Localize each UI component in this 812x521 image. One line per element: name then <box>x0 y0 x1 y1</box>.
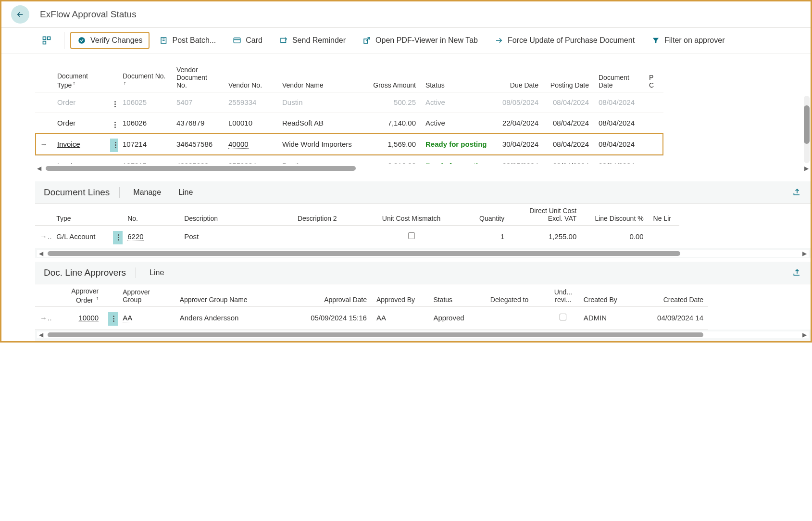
more-vertical-icon[interactable] <box>110 100 118 109</box>
open-external-icon <box>362 36 372 45</box>
row-actions[interactable] <box>103 307 118 330</box>
line-action[interactable]: Line <box>175 187 197 198</box>
col-und-rev[interactable]: Und... revi... <box>548 284 579 307</box>
more-vertical-icon[interactable] <box>113 231 123 244</box>
cell-doc-type[interactable]: Order <box>52 92 105 113</box>
col-qty[interactable]: Quantity <box>448 204 510 226</box>
row-actions[interactable] <box>108 226 123 248</box>
back-button[interactable] <box>11 5 29 24</box>
col-type[interactable]: Type <box>51 204 108 226</box>
open-pdf-button[interactable]: Open PDF-Viewer in New Tab <box>355 32 485 49</box>
table-row[interactable]: → G/L Account 6220 Post 1 1,255.00 0.00 <box>35 226 679 248</box>
scrollbar-thumb[interactable] <box>48 332 703 337</box>
scrollbar-thumb[interactable] <box>804 105 810 144</box>
toolbar-more-button[interactable] <box>35 32 58 49</box>
col-no[interactable]: No. <box>123 204 179 226</box>
col-cost[interactable]: Direct Unit Cost Excl. VAT <box>509 204 581 226</box>
col-vendor-name[interactable]: Vendor Name <box>277 63 363 92</box>
horizontal-scrollbar[interactable]: ◀ ▶ <box>35 165 811 172</box>
cell-doc-type[interactable]: Invoice <box>52 133 105 156</box>
col-vendor-doc-no[interactable]: Vendor Document No. <box>172 63 224 92</box>
col-delegated[interactable]: Delegated to <box>486 284 548 307</box>
col-due[interactable]: Due Date <box>493 63 543 92</box>
table-row[interactable]: → Invoice 107214 346457586 40000 Wide Wo… <box>35 133 663 156</box>
table-row[interactable]: Order 106026 4376879 L00010 ReadSoft AB … <box>35 113 663 133</box>
card-button[interactable]: Card <box>225 32 269 49</box>
cell-vendor-no[interactable]: 40000 <box>224 133 277 156</box>
cell-no[interactable]: 6220 <box>123 226 179 248</box>
col-extra[interactable]: P C <box>644 63 663 92</box>
cell-description: Post <box>179 226 293 248</box>
scrollbar-thumb[interactable] <box>48 251 680 256</box>
col-doc-date[interactable]: Document Date <box>594 63 644 92</box>
cell-vendor-no[interactable]: 2559334 <box>224 155 277 164</box>
col-doc-type[interactable]: Document Type↑ <box>52 63 105 92</box>
col-vendor-no[interactable]: Vendor No. <box>224 63 277 92</box>
col-posting[interactable]: Posting Date <box>543 63 594 92</box>
scroll-left-icon[interactable]: ◀ <box>39 331 43 338</box>
col-approval-date[interactable]: Approval Date <box>289 284 372 307</box>
col-approved-by[interactable]: Approved By <box>372 284 428 307</box>
cell-vendor-no[interactable]: 2559334 <box>224 92 277 113</box>
col-created-by[interactable]: Created By <box>579 284 636 307</box>
manage-action[interactable]: Manage <box>129 187 165 198</box>
line-action[interactable]: Line <box>146 267 168 278</box>
scroll-right-icon[interactable]: ▶ <box>802 250 807 257</box>
col-created-date[interactable]: Created Date <box>636 284 708 307</box>
share-icon[interactable] <box>792 188 802 197</box>
documents-table-scroll[interactable]: Document Type↑ Document No. ↑ Vendor Doc… <box>35 63 811 164</box>
col-extra[interactable]: Ne Lir <box>649 204 679 226</box>
col-description2[interactable]: Description 2 <box>293 204 375 226</box>
col-mismatch[interactable]: Unit Cost Mismatch <box>375 204 447 226</box>
vertical-scrollbar[interactable] <box>804 96 810 163</box>
cell-doc-type[interactable]: Invoice <box>52 155 105 164</box>
more-vertical-icon[interactable] <box>110 120 118 129</box>
cell-vendor-no[interactable]: L00010 <box>224 113 277 133</box>
col-description[interactable]: Description <box>179 204 293 226</box>
row-actions[interactable] <box>105 113 118 133</box>
checkbox-icon[interactable] <box>560 314 566 320</box>
vendor-no-link[interactable]: 40000 <box>228 140 249 149</box>
scroll-left-icon[interactable]: ◀ <box>37 165 41 172</box>
more-vertical-icon[interactable] <box>110 139 118 152</box>
horizontal-scrollbar[interactable]: ◀ ▶ <box>37 331 809 338</box>
col-status[interactable]: Status <box>428 284 485 307</box>
approvers-body[interactable]: Approver Order ↑ Approver Group Approver… <box>35 284 811 330</box>
table-row[interactable]: Invoice 107215 48935289 2559334 Dustin 6… <box>35 155 663 164</box>
cell-doc-type[interactable]: Order <box>52 113 105 133</box>
force-update-button[interactable]: Force Update of Purchase Document <box>487 32 641 49</box>
post-batch-button[interactable]: Post Batch... <box>152 32 223 49</box>
row-actions[interactable] <box>105 155 118 164</box>
scroll-right-icon[interactable]: ▶ <box>802 331 807 338</box>
col-gross[interactable]: Gross Amount <box>363 63 421 92</box>
verify-changes-button[interactable]: Verify Changes <box>70 32 150 49</box>
col-approver-order[interactable]: Approver Order ↑ <box>51 284 103 307</box>
col-approver-group-name[interactable]: Approver Group Name <box>175 284 289 307</box>
row-actions[interactable] <box>105 92 118 113</box>
table-row[interactable]: Order 106025 5407 2559334 Dustin 500.25 … <box>35 92 663 113</box>
col-status[interactable]: Status <box>421 63 493 92</box>
checkbox-icon[interactable] <box>408 232 415 239</box>
filter-approver-button[interactable]: Filter on approver <box>644 32 731 49</box>
document-lines-body[interactable]: Type No. Description Description 2 Unit … <box>35 204 811 248</box>
share-icon[interactable] <box>792 268 802 278</box>
col-discount[interactable]: Line Discount % <box>581 204 648 226</box>
cell-mismatch[interactable] <box>375 226 447 248</box>
more-vertical-icon[interactable] <box>110 163 118 164</box>
cell-group[interactable]: AA <box>118 307 175 330</box>
send-reminder-button[interactable]: Send Reminder <box>272 32 352 49</box>
col-doc-no[interactable]: Document No. ↑ <box>118 63 172 92</box>
cell-type[interactable]: G/L Account <box>51 226 108 248</box>
col-approver-group[interactable]: Approver Group <box>118 284 175 307</box>
cell-order[interactable]: 10000 <box>51 307 103 330</box>
scrollbar-thumb[interactable] <box>46 166 356 171</box>
scroll-right-icon[interactable]: ▶ <box>804 165 809 172</box>
approvers-title: Doc. Line Approvers <box>44 267 126 278</box>
table-row[interactable]: → 10000 AA Anders Andersson 05/09/2024 1… <box>35 307 708 330</box>
doc-type-link[interactable]: Invoice <box>57 140 80 148</box>
horizontal-scrollbar[interactable]: ◀ ▶ <box>37 250 809 257</box>
cell-und-rev[interactable] <box>548 307 579 330</box>
more-vertical-icon[interactable] <box>108 312 118 326</box>
row-actions[interactable] <box>105 133 118 156</box>
scroll-left-icon[interactable]: ◀ <box>39 250 43 257</box>
